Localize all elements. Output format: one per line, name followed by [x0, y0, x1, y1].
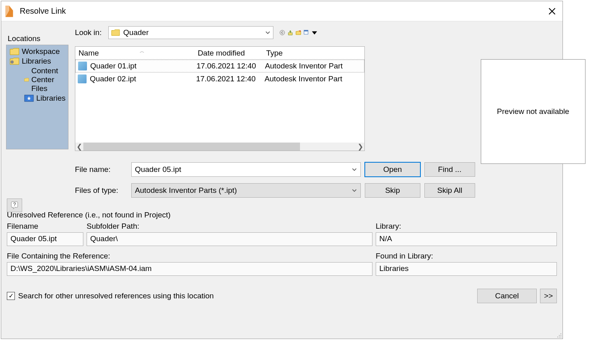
close-button[interactable] — [544, 3, 560, 19]
part-file-icon — [78, 62, 87, 70]
column-name[interactable]: Name︿ — [75, 49, 196, 58]
location-libraries-sub[interactable]: Libraries — [8, 93, 66, 103]
unresolved-library-label: Library: — [376, 222, 557, 231]
up-icon[interactable] — [287, 29, 294, 36]
folder-icon — [111, 29, 120, 36]
part-file-icon — [78, 74, 87, 83]
locations-tree[interactable]: Workspace Libraries Content Center Files… — [6, 45, 68, 149]
back-icon[interactable] — [279, 29, 285, 36]
chevron-down-icon — [352, 167, 357, 172]
scrollbar-thumb[interactable] — [83, 143, 300, 151]
folder-icon — [24, 76, 29, 84]
new-folder-icon[interactable] — [295, 29, 302, 36]
unresolved-subfolder-value: Quader\ — [87, 232, 372, 246]
svg-point-9 — [561, 335, 561, 336]
unresolved-subfolder-label: Subfolder Path: — [87, 222, 372, 231]
find-button[interactable]: Find ... — [424, 162, 475, 177]
location-content-center[interactable]: Content Center Files — [8, 66, 66, 93]
horizontal-scrollbar[interactable]: ❮ ❯ — [75, 143, 364, 151]
folder-gear-icon — [10, 57, 19, 65]
checkmark-icon: ✓ — [8, 293, 14, 299]
lookin-combobox[interactable]: Quader — [108, 26, 273, 39]
scroll-left-icon[interactable]: ❮ — [75, 143, 83, 151]
sort-arrow-icon: ︿ — [140, 48, 145, 55]
open-button[interactable]: Open — [365, 162, 420, 177]
chevron-down-icon — [352, 188, 357, 193]
svg-point-8 — [559, 335, 560, 336]
file-row[interactable]: Quader 02.ipt 17.06.2021 12:40 Autodesk … — [75, 72, 364, 85]
cancel-button[interactable]: Cancel — [477, 289, 537, 303]
unresolved-filename-value: Quader 05.ipt — [7, 232, 83, 246]
svg-text:?: ? — [13, 202, 16, 207]
filecontaining-label: File Containing the Reference: — [7, 252, 372, 261]
folder-star-icon — [24, 94, 34, 102]
location-workspace[interactable]: Workspace — [8, 47, 66, 56]
help-icon: ? — [10, 201, 19, 210]
resize-grip-icon[interactable] — [556, 332, 562, 338]
filesoftype-label: Files of type: — [75, 186, 127, 195]
column-type[interactable]: Type — [265, 49, 364, 58]
filename-input[interactable]: Quader 05.ipt — [131, 162, 361, 177]
folder-icon — [10, 48, 19, 56]
locations-heading: Locations — [8, 34, 68, 43]
unresolved-library-value: N/A — [376, 232, 557, 246]
help-button[interactable]: ? — [7, 199, 22, 212]
file-list[interactable]: Name︿ Date modified Type Quader 01.ipt 1… — [75, 46, 365, 151]
scroll-right-icon[interactable]: ❯ — [356, 143, 364, 151]
filename-label: File name: — [75, 165, 127, 174]
svg-point-0 — [10, 60, 14, 64]
unresolved-heading: Unresolved Reference (i.e., not found in… — [7, 211, 557, 219]
chevron-down-icon — [265, 30, 271, 35]
search-checkbox-label[interactable]: Search for other unresolved references u… — [18, 292, 214, 300]
svg-rect-4 — [304, 30, 308, 31]
filecontaining-value: D:\WS_2020\Libraries\iASM\iASM-04.iam — [7, 262, 372, 276]
view-menu-icon[interactable] — [303, 29, 310, 36]
foundin-label: Found in Library: — [376, 252, 557, 261]
skip-all-button[interactable]: Skip All — [424, 183, 475, 198]
expand-button[interactable]: >> — [540, 289, 557, 303]
view-menu-dropdown[interactable] — [311, 29, 318, 36]
svg-point-12 — [561, 337, 561, 337]
skip-button[interactable]: Skip — [365, 183, 420, 198]
dialog-title: Resolve Link — [20, 6, 66, 16]
location-libraries[interactable]: Libraries — [8, 56, 66, 66]
column-date[interactable]: Date modified — [196, 49, 265, 58]
svg-point-2 — [280, 30, 285, 35]
svg-point-11 — [559, 337, 560, 337]
app-icon — [4, 5, 15, 18]
lookin-label: Look in: — [75, 28, 105, 37]
unresolved-filename-label: Filename — [7, 222, 83, 231]
file-row[interactable]: Quader 01.ipt 17.06.2021 12:40 Autodesk … — [75, 60, 364, 72]
file-list-header[interactable]: Name︿ Date modified Type — [75, 47, 364, 60]
titlebar: Resolve Link — [1, 1, 563, 21]
search-checkbox[interactable]: ✓ — [7, 292, 15, 300]
filesoftype-combobox[interactable]: Autodesk Inventor Parts (*.ipt) — [131, 183, 361, 198]
preview-panel: Preview not available — [481, 59, 585, 164]
svg-point-7 — [561, 333, 561, 334]
lookin-value: Quader — [123, 28, 265, 37]
foundin-value: Libraries — [376, 262, 557, 276]
svg-point-10 — [557, 337, 558, 337]
